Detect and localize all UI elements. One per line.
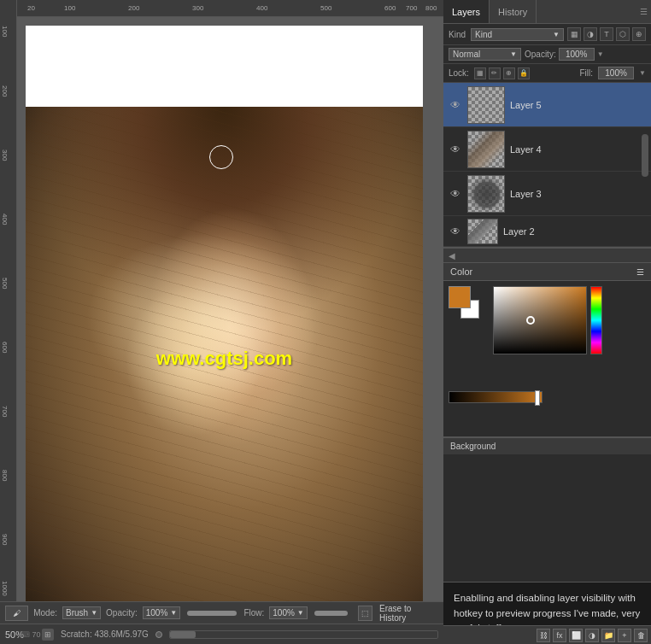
adjustment-icon[interactable]: ◑ [585,629,599,642]
mode-label: Mode: [33,608,57,618]
erase-to-history-icon[interactable]: ⬚ [358,606,373,621]
ruler-left-mark-2: 200 [1,85,9,97]
mask-icon[interactable]: ⬜ [569,629,583,642]
scroll-thumb [170,631,196,638]
blend-mode-dropdown[interactable]: Normal ▼ [449,48,521,61]
gradient-selector-circle [526,316,535,325]
layer-item-5[interactable]: 👁 Layer 5 [443,83,651,127]
add-style-icon[interactable]: fx [553,629,566,642]
ruler-left-mark-10: 1000 [1,581,9,596]
panel-options-button[interactable]: ☰ [537,0,651,23]
progress-indicator[interactable] [155,631,162,638]
filter-smart-icon[interactable]: ⊕ [632,27,646,41]
lock-icons: ▦ ✏ ⊕ 🔒 [474,67,530,79]
flow-dropdown[interactable]: 100% ▼ [269,606,308,619]
ruler-top: 20 100 200 300 400 500 600 700 800 [17,0,443,17]
group-icon[interactable]: 📁 [601,629,615,642]
brush-cursor [209,145,233,169]
layer-3-thumbnail [467,175,505,213]
ruler-mark-9: 800 [425,4,437,12]
filter-text-icon[interactable]: T [600,27,613,41]
layer-5-thumbnail [467,86,505,124]
layer-5-visibility[interactable]: 👁 [449,98,462,112]
layers-panel: Layers History ☰ Kind Kind ▼ ▦ ◑ T ⬡ ⊕ [443,0,651,248]
painting-canvas[interactable]: www.cgtsj.com [26,107,423,611]
opacity-tool-dropdown[interactable]: 100% ▼ [143,606,181,619]
ruler-left-mark-9: 900 [1,534,9,545]
opacity-slider[interactable] [187,611,237,616]
canvas-content[interactable]: www.cgtsj.com [17,17,443,644]
layer-2-thumbnail [467,219,498,244]
flow-slider[interactable] [314,611,348,616]
layer-3-visibility[interactable]: 👁 [449,187,462,201]
kind-filter-row: Kind Kind ▼ ▦ ◑ T ⬡ ⊕ [443,24,651,45]
color-hex-slider[interactable] [449,391,542,403]
brush-size-indicator: ⌨ 70 [19,630,41,639]
layer-item-4[interactable]: 👁 Layer 4 [443,127,651,172]
erase-to-history-label: Erase to History [379,604,438,623]
fill-value[interactable]: 100% [598,67,634,79]
layer-item-2[interactable]: 👁 Layer 2 [443,216,651,247]
color-gradient-picker[interactable] [493,286,587,354]
kind-dropdown[interactable]: Kind ▼ [471,28,564,41]
scroll-bar[interactable] [169,630,438,639]
ruler-left-mark-6: 600 [1,342,9,353]
opacity-tool-label: Opacity: [106,608,138,618]
lock-pixels-icon[interactable]: ▦ [474,67,486,79]
filter-adjust-icon[interactable]: ◑ [584,27,597,41]
ruler-mark-1: 20 [27,4,35,12]
color-picker-area [493,286,646,354]
filter-shape-icon[interactable]: ⬡ [616,27,630,41]
canvas-area: 1.psd @ 50% (Layer 5, RGB/8) * 20 100 20… [0,0,443,644]
opacity-label: Opacity: [525,50,556,59]
ruler-left-mark-1: 100 [1,26,9,37]
tab-layers[interactable]: Layers [443,0,490,23]
lock-fill-row: Lock: ▦ ✏ ⊕ 🔒 Fill: 100% ▼ [443,64,651,83]
layers-panel-bottom-bar: ⛓ fx ⬜ ◑ 📁 + 🗑 [443,625,651,644]
mode-dropdown[interactable]: Brush ▼ [62,606,101,619]
filter-icons: ▦ ◑ T ⬡ ⊕ [567,27,646,41]
blend-opacity-row: Normal ▼ Opacity: 100% ▼ [443,45,651,64]
fill-chevron: ▼ [639,69,646,77]
delete-layer-icon[interactable]: 🗑 [634,629,648,642]
lock-artboard-icon[interactable]: ⊕ [503,67,515,79]
link-layers-icon[interactable]: ⛓ [537,629,550,642]
opacity-chevron: ▼ [597,50,604,58]
collapse-arrow[interactable]: ◀ [449,251,455,261]
ruler-mark-6: 500 [320,4,331,12]
color-swatches [449,286,488,325]
foreground-color-swatch[interactable] [449,286,471,308]
layer-item-3[interactable]: 👁 Layer 3 [443,172,651,216]
filter-pixel-icon[interactable]: ▦ [567,27,581,41]
status-bar: 50% ⊞ Scratch: 438.6M/5.97G ⌨ 70 [0,624,443,644]
ruler-left-mark-8: 800 [1,470,9,481]
lock-all-icon[interactable]: 🔒 [518,67,530,79]
layers-list: 👁 Layer 5 👁 Layer 4 👁 [443,83,651,247]
background-label-row: Background [443,437,651,454]
panel-separator: ◀ [443,248,651,263]
ruler-mark-3: 200 [128,4,139,12]
document-icon[interactable]: ⊞ [42,629,54,641]
color-spectrum-slider[interactable] [590,286,602,354]
brush-tool-icon[interactable]: 🖌 [5,606,28,621]
ruler-left: 100 200 300 400 500 600 700 800 900 1000 [0,0,17,644]
ruler-mark-5: 400 [256,4,267,12]
lock-position-icon[interactable]: ✏ [489,67,501,79]
color-panel-options[interactable]: ☰ [636,267,644,277]
flow-label: Flow: [243,608,264,618]
layer-4-visibility[interactable]: 👁 [449,143,462,156]
layer-2-name: Layer 2 [503,226,535,237]
white-canvas [26,26,423,107]
layers-scrollbar[interactable] [642,134,648,177]
opacity-value[interactable]: 100% [559,48,595,61]
background-label: Background [450,442,496,451]
right-panel: Layers History ☰ Kind Kind ▼ ▦ ◑ T ⬡ ⊕ [443,0,651,644]
layer-2-visibility[interactable]: 👁 [449,225,462,238]
kind-label: Kind [449,30,466,39]
ruler-left-mark-5: 500 [1,278,9,289]
lock-label: Lock: [449,68,469,78]
tab-history[interactable]: History [490,0,537,23]
new-layer-icon[interactable]: + [618,629,631,642]
ruler-mark-8: 700 [406,4,417,12]
ruler-left-mark-7: 700 [1,406,9,417]
